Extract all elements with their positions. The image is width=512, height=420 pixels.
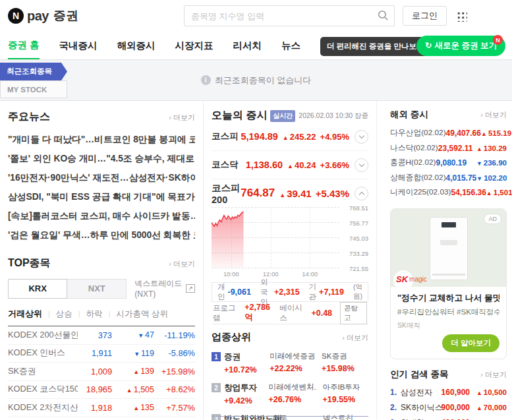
sk-magic-logo: SK magic — [396, 274, 427, 284]
ad-cta-button[interactable]: 더 알아보기 — [442, 334, 499, 352]
news-item[interactable]: "개미들 다 떠났다"…비트코인 8만불 붕괴에 코… — [8, 130, 195, 149]
nav-item-domestic[interactable]: 국내증시 — [59, 32, 98, 59]
news-more-link[interactable]: 더보기 — [169, 113, 195, 123]
login-button[interactable]: 로그인 — [403, 6, 447, 26]
table-row[interactable]: KODEX 2차전지산업레… 1,918 135 +7.57% — [8, 399, 195, 417]
sector-main[interactable]: 3 반도체와반도체..+7.34% — [212, 413, 272, 420]
section-divider — [212, 416, 368, 417]
collapse-kospi200-button[interactable] — [355, 187, 368, 200]
list-item[interactable]: 니케이225(02.03) 54,156.36 1,501.18 — [390, 185, 507, 200]
nav-item-indicators[interactable]: 시장지표 — [175, 32, 213, 59]
contango-badge: 콘탕고 — [340, 302, 367, 324]
nav-item-home[interactable]: 증권 홈 — [8, 32, 40, 59]
list-item[interactable]: 3. 현대차 486,000 8,000 — [390, 415, 507, 420]
x-axis-tick: 12:00 — [263, 270, 279, 278]
list-item[interactable]: 다우산업(02.02) 49,407.66 515.19 — [390, 126, 507, 141]
rank-badge: 3 — [212, 414, 221, 420]
top-stocks-more-link[interactable]: 더보기 — [169, 259, 195, 269]
list-item[interactable]: 2. SK하이닉스 900,000 70,000 — [390, 400, 507, 415]
stock-rate: -5.86% — [154, 348, 195, 358]
top-sectors-section: 업종상위 더보기 1 증권+10.72% 미래에셋증권+22.22% SK증권+… — [212, 331, 368, 420]
stock-price: 1,009 — [78, 367, 112, 376]
subtab-falling[interactable]: 하락 — [86, 309, 103, 320]
table-row[interactable]: KODEX 코스닥150레버… 18,965 1,505 +8.62% — [8, 381, 195, 400]
sectors-title: 업종상위 — [212, 331, 251, 344]
sector-stock[interactable]: 넥스트칩+20.17% — [323, 413, 368, 420]
popular-more-link[interactable]: 더보기 — [480, 370, 507, 380]
nav-item-research[interactable]: 리서치 — [233, 32, 262, 59]
header: N pay 증권 로그인 — [0, 0, 512, 32]
stock-name: KODEX 코스닥150레버… — [8, 384, 78, 395]
down-arrow-icon — [476, 159, 484, 167]
up-arrow-icon — [476, 388, 484, 396]
subtab-rising[interactable]: 상승 — [56, 309, 72, 320]
index-row-kosdaq[interactable]: 코스닥 1,138.60 40.24 +3.66% — [212, 151, 368, 179]
tab-krx[interactable]: KRX — [8, 279, 67, 299]
news-item[interactable]: '쫄보' 외인 KO승 개미…"4.5조 승부수, 제대로 … — [8, 149, 195, 168]
ad-badge: AD — [484, 214, 501, 224]
sector-stock[interactable]: 미래에셋증권+22.22% — [270, 351, 316, 375]
news-item[interactable]: '16만전자·90만닉스' 재도전…삼성전자·SK하이… — [8, 168, 195, 187]
x-axis-tick: 14:00 — [302, 270, 318, 278]
sector-main[interactable]: 2 창업투자+9.42% — [212, 382, 268, 405]
logo-pay-text: pay — [27, 9, 49, 24]
sector-stock[interactable]: 미래에셋벤처..+26.76% — [268, 382, 317, 405]
list-item[interactable]: 홍콩H(02.02) 9,080.19 236.90 — [390, 156, 507, 171]
index-value: 1,138.60 — [246, 160, 283, 170]
new-securities-button[interactable]: 새로운 증권 보기 N — [416, 36, 505, 56]
search-input[interactable] — [184, 5, 395, 26]
list-item[interactable]: 1. 삼성전자 160,900 10,500 — [390, 385, 507, 400]
list-item[interactable]: 나스닥(02.02) 23,592.11 130.29 — [390, 141, 507, 156]
y-axis-tick: 756.77 — [349, 220, 368, 227]
index-name: 코스피200 — [212, 182, 241, 205]
expand-kospi-button[interactable] — [355, 130, 368, 144]
index-row-kospi200[interactable]: 코스피200 764.87 39.41 +5.43% — [212, 179, 368, 207]
basis-label: 베이시스 — [279, 303, 307, 323]
index-row-kospi[interactable]: 코스피 5,194.89 245.22 +4.95% — [212, 123, 368, 151]
rank-badge: 1 — [212, 352, 221, 361]
news-item[interactable]: [속보]롤러코스터 코스피, 매수 사이드카 발동…… — [8, 206, 195, 225]
ad-card[interactable]: AD SK magic "정수기 교체하고 나서 물맛이 다... #우리집안심… — [390, 208, 507, 359]
sector-main[interactable]: 1 증권+10.72% — [212, 351, 270, 375]
popular-title: 인기 검색 종목 — [390, 369, 449, 380]
kospi200-intraday-chart: 768.51 756.77 745.03 733.29 721.55 — [212, 207, 339, 268]
sector-stock[interactable]: 아주IB투자+19.55% — [322, 382, 368, 405]
nav-item-world[interactable]: 해외증시 — [117, 32, 156, 59]
ad-body: "정수기 교체하고 나서 물맛이 다... #우리집안심워터 #SK매직정수기 … — [391, 287, 506, 359]
expand-kosdaq-button[interactable] — [355, 158, 368, 172]
world-more-link[interactable]: 더보기 — [480, 110, 507, 120]
news-item[interactable]: '검은 월요일' 무색…하루 만에 5000선 회복한 코… — [8, 225, 195, 245]
popular-stocks-section: 인기 검색 종목 더보기 1. 삼성전자 160,900 10,500 2. S… — [390, 369, 507, 420]
index-value: 5,194.89 — [241, 131, 277, 142]
tab-nxt[interactable]: NXT — [67, 279, 127, 299]
subtab-marketcap[interactable]: 시가총액 상위 — [117, 309, 168, 320]
top-stocks-table: KODEX 200선물인버스… 373 47 -11.19% KODEX 인버스… — [8, 326, 195, 420]
nxt-external-link[interactable]: 넥스트레이드(NXT) — [134, 278, 195, 299]
news-section-title: 주요뉴스 — [8, 110, 50, 124]
sectors-more-link[interactable]: 더보기 — [342, 333, 368, 343]
up-arrow-icon — [283, 132, 290, 142]
news-item[interactable]: 삼성SDI, "북미 ESS 공급 확대 기대"에 목표가 … — [8, 187, 195, 206]
sector-stock[interactable]: SK증권+15.98% — [322, 351, 368, 375]
index-name: 코스닥 — [212, 159, 246, 171]
sector-stock[interactable]: 파두+29.88% — [272, 413, 318, 420]
basis-value: +0.48 — [311, 309, 332, 318]
table-row[interactable]: SK증권 1,009 139 +15.98% — [8, 363, 195, 381]
nav-item-news[interactable]: 뉴스 — [281, 32, 300, 59]
index-name: 코스피 — [212, 131, 241, 142]
table-row[interactable]: KODEX 코스닥150선물… 2,182 98 -4.30% — [8, 417, 195, 420]
app-grid-menu-icon[interactable] — [456, 11, 467, 22]
naver-pay-securities-logo[interactable]: N pay 증권 — [8, 7, 78, 24]
table-row[interactable]: KODEX 200선물인버스… 373 47 -11.19% — [8, 326, 195, 345]
program-trading-row: 프로그램 +2,786억 베이시스 +0.48 콘탕고 — [212, 302, 368, 324]
subtab-volume[interactable]: 거래상위 — [8, 308, 42, 320]
ranking-subtabs: 거래상위 | 상승 | 하락 | 시가총액 상위 — [8, 308, 195, 326]
search-box — [184, 5, 395, 26]
search-icon[interactable] — [378, 10, 389, 21]
up-arrow-icon — [287, 160, 295, 170]
index-rate: +3.66% — [320, 160, 349, 170]
program-value: +2,786억 — [244, 303, 275, 323]
list-item[interactable]: 상해종합(02.02) 4,015.75 102.20 — [390, 171, 507, 186]
up-arrow-icon — [133, 403, 140, 412]
table-row[interactable]: KODEX 인버스 1,911 119 -5.86% — [8, 345, 195, 363]
